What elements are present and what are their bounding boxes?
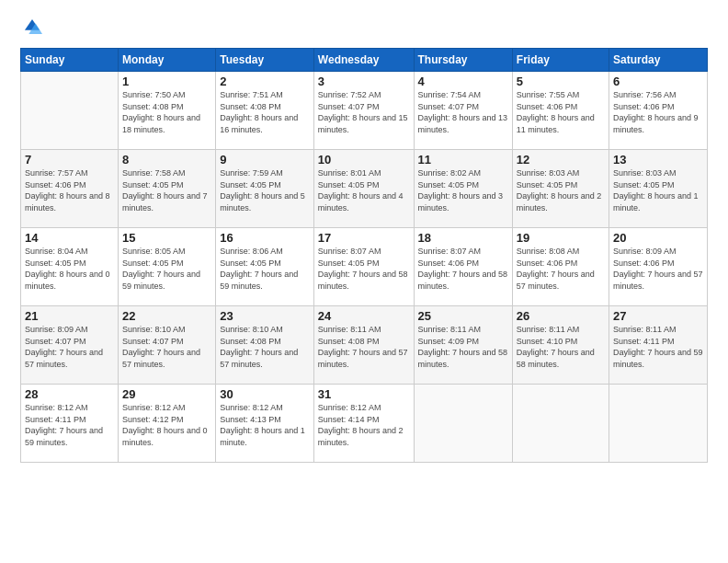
calendar-cell: 11Sunrise: 8:02 AM Sunset: 4:05 PM Dayli… (414, 150, 512, 228)
day-number: 17 (318, 231, 410, 245)
calendar-cell: 27Sunrise: 8:11 AM Sunset: 4:11 PM Dayli… (609, 306, 708, 385)
calendar-cell: 29Sunrise: 8:12 AM Sunset: 4:12 PM Dayli… (119, 385, 216, 463)
weekday-header-saturday: Saturday (609, 49, 708, 72)
weekday-header-friday: Friday (512, 49, 609, 72)
day-info: Sunrise: 7:52 AM Sunset: 4:07 PM Dayligh… (318, 89, 410, 135)
day-info: Sunrise: 8:03 AM Sunset: 4:05 PM Dayligh… (517, 167, 605, 213)
day-info: Sunrise: 8:12 AM Sunset: 4:13 PM Dayligh… (220, 402, 310, 448)
calendar-cell: 12Sunrise: 8:03 AM Sunset: 4:05 PM Dayli… (512, 150, 609, 228)
day-info: Sunrise: 8:11 AM Sunset: 4:08 PM Dayligh… (318, 324, 410, 370)
day-number: 16 (220, 231, 310, 245)
weekday-header-row: SundayMondayTuesdayWednesdayThursdayFrid… (21, 49, 708, 72)
calendar-cell: 1Sunrise: 7:50 AM Sunset: 4:08 PM Daylig… (119, 72, 216, 150)
day-number: 5 (517, 75, 605, 88)
day-number: 9 (220, 153, 310, 167)
day-info: Sunrise: 7:56 AM Sunset: 4:06 PM Dayligh… (613, 89, 703, 135)
calendar-cell: 18Sunrise: 8:07 AM Sunset: 4:06 PM Dayli… (414, 228, 512, 306)
calendar-week-row: 21Sunrise: 8:09 AM Sunset: 4:07 PM Dayli… (21, 306, 708, 385)
weekday-header-tuesday: Tuesday (216, 49, 314, 72)
day-info: Sunrise: 7:59 AM Sunset: 4:05 PM Dayligh… (220, 167, 310, 213)
calendar-cell: 16Sunrise: 8:06 AM Sunset: 4:05 PM Dayli… (216, 228, 314, 306)
calendar-cell (512, 385, 609, 463)
day-info: Sunrise: 7:55 AM Sunset: 4:06 PM Dayligh… (517, 89, 605, 135)
day-info: Sunrise: 8:11 AM Sunset: 4:10 PM Dayligh… (517, 324, 605, 370)
day-number: 28 (25, 387, 114, 401)
day-info: Sunrise: 8:10 AM Sunset: 4:08 PM Dayligh… (220, 324, 310, 370)
calendar-cell: 14Sunrise: 8:04 AM Sunset: 4:05 PM Dayli… (21, 228, 119, 306)
day-number: 2 (220, 75, 310, 88)
calendar-cell: 22Sunrise: 8:10 AM Sunset: 4:07 PM Dayli… (119, 306, 216, 385)
day-info: Sunrise: 7:54 AM Sunset: 4:07 PM Dayligh… (418, 89, 508, 135)
day-info: Sunrise: 8:12 AM Sunset: 4:12 PM Dayligh… (122, 402, 211, 448)
logo (20, 17, 44, 40)
calendar-cell: 21Sunrise: 8:09 AM Sunset: 4:07 PM Dayli… (21, 306, 119, 385)
weekday-header-thursday: Thursday (414, 49, 512, 72)
day-info: Sunrise: 8:03 AM Sunset: 4:05 PM Dayligh… (613, 167, 703, 213)
calendar-cell: 26Sunrise: 8:11 AM Sunset: 4:10 PM Dayli… (512, 306, 609, 385)
day-info: Sunrise: 8:10 AM Sunset: 4:07 PM Dayligh… (122, 324, 211, 370)
calendar-cell: 3Sunrise: 7:52 AM Sunset: 4:07 PM Daylig… (313, 72, 414, 150)
calendar-cell: 4Sunrise: 7:54 AM Sunset: 4:07 PM Daylig… (414, 72, 512, 150)
day-info: Sunrise: 8:07 AM Sunset: 4:05 PM Dayligh… (318, 246, 410, 292)
weekday-header-sunday: Sunday (21, 49, 119, 72)
day-number: 6 (613, 75, 703, 88)
day-number: 7 (25, 153, 114, 167)
day-number: 3 (318, 75, 410, 88)
calendar-cell: 9Sunrise: 7:59 AM Sunset: 4:05 PM Daylig… (216, 150, 314, 228)
day-info: Sunrise: 8:02 AM Sunset: 4:05 PM Dayligh… (418, 167, 508, 213)
day-number: 15 (122, 231, 211, 245)
day-info: Sunrise: 8:04 AM Sunset: 4:05 PM Dayligh… (25, 246, 114, 292)
calendar-cell: 13Sunrise: 8:03 AM Sunset: 4:05 PM Dayli… (609, 150, 708, 228)
calendar-cell (21, 72, 119, 150)
calendar-cell: 6Sunrise: 7:56 AM Sunset: 4:06 PM Daylig… (609, 72, 708, 150)
day-info: Sunrise: 8:09 AM Sunset: 4:06 PM Dayligh… (613, 246, 703, 292)
day-number: 27 (613, 309, 703, 323)
header (20, 17, 708, 40)
day-info: Sunrise: 8:08 AM Sunset: 4:06 PM Dayligh… (517, 246, 605, 292)
day-number: 23 (220, 309, 310, 323)
calendar-week-row: 28Sunrise: 8:12 AM Sunset: 4:11 PM Dayli… (21, 385, 708, 463)
day-number: 18 (418, 231, 508, 245)
day-info: Sunrise: 7:58 AM Sunset: 4:05 PM Dayligh… (122, 167, 211, 213)
calendar-cell: 28Sunrise: 8:12 AM Sunset: 4:11 PM Dayli… (21, 385, 119, 463)
calendar-cell: 31Sunrise: 8:12 AM Sunset: 4:14 PM Dayli… (313, 385, 414, 463)
day-info: Sunrise: 8:07 AM Sunset: 4:06 PM Dayligh… (418, 246, 508, 292)
weekday-header-wednesday: Wednesday (313, 49, 414, 72)
page: SundayMondayTuesdayWednesdayThursdayFrid… (0, 0, 728, 563)
calendar-cell: 19Sunrise: 8:08 AM Sunset: 4:06 PM Dayli… (512, 228, 609, 306)
calendar-cell: 17Sunrise: 8:07 AM Sunset: 4:05 PM Dayli… (313, 228, 414, 306)
day-number: 30 (220, 387, 310, 401)
day-number: 22 (122, 309, 211, 323)
logo-icon (22, 17, 42, 37)
day-number: 12 (517, 153, 605, 167)
calendar-week-row: 7Sunrise: 7:57 AM Sunset: 4:06 PM Daylig… (21, 150, 708, 228)
day-number: 4 (418, 75, 508, 88)
calendar-cell: 25Sunrise: 8:11 AM Sunset: 4:09 PM Dayli… (414, 306, 512, 385)
calendar-week-row: 14Sunrise: 8:04 AM Sunset: 4:05 PM Dayli… (21, 228, 708, 306)
weekday-header-monday: Monday (119, 49, 216, 72)
day-number: 29 (122, 387, 211, 401)
calendar-cell: 24Sunrise: 8:11 AM Sunset: 4:08 PM Dayli… (313, 306, 414, 385)
day-number: 11 (418, 153, 508, 167)
calendar-table: SundayMondayTuesdayWednesdayThursdayFrid… (20, 48, 708, 463)
day-info: Sunrise: 8:05 AM Sunset: 4:05 PM Dayligh… (122, 246, 211, 292)
calendar-cell: 5Sunrise: 7:55 AM Sunset: 4:06 PM Daylig… (512, 72, 609, 150)
calendar-cell (609, 385, 708, 463)
calendar-cell: 30Sunrise: 8:12 AM Sunset: 4:13 PM Dayli… (216, 385, 314, 463)
day-info: Sunrise: 7:51 AM Sunset: 4:08 PM Dayligh… (220, 89, 310, 135)
day-info: Sunrise: 8:11 AM Sunset: 4:09 PM Dayligh… (418, 324, 508, 370)
calendar-cell: 8Sunrise: 7:58 AM Sunset: 4:05 PM Daylig… (119, 150, 216, 228)
day-info: Sunrise: 7:57 AM Sunset: 4:06 PM Dayligh… (25, 167, 114, 213)
day-number: 14 (25, 231, 114, 245)
day-info: Sunrise: 7:50 AM Sunset: 4:08 PM Dayligh… (122, 89, 211, 135)
day-number: 26 (517, 309, 605, 323)
calendar-cell: 7Sunrise: 7:57 AM Sunset: 4:06 PM Daylig… (21, 150, 119, 228)
day-number: 10 (318, 153, 410, 167)
day-number: 19 (517, 231, 605, 245)
calendar-cell: 2Sunrise: 7:51 AM Sunset: 4:08 PM Daylig… (216, 72, 314, 150)
day-number: 8 (122, 153, 211, 167)
day-info: Sunrise: 8:01 AM Sunset: 4:05 PM Dayligh… (318, 167, 410, 213)
day-info: Sunrise: 8:12 AM Sunset: 4:14 PM Dayligh… (318, 402, 410, 448)
day-number: 21 (25, 309, 114, 323)
day-number: 13 (613, 153, 703, 167)
